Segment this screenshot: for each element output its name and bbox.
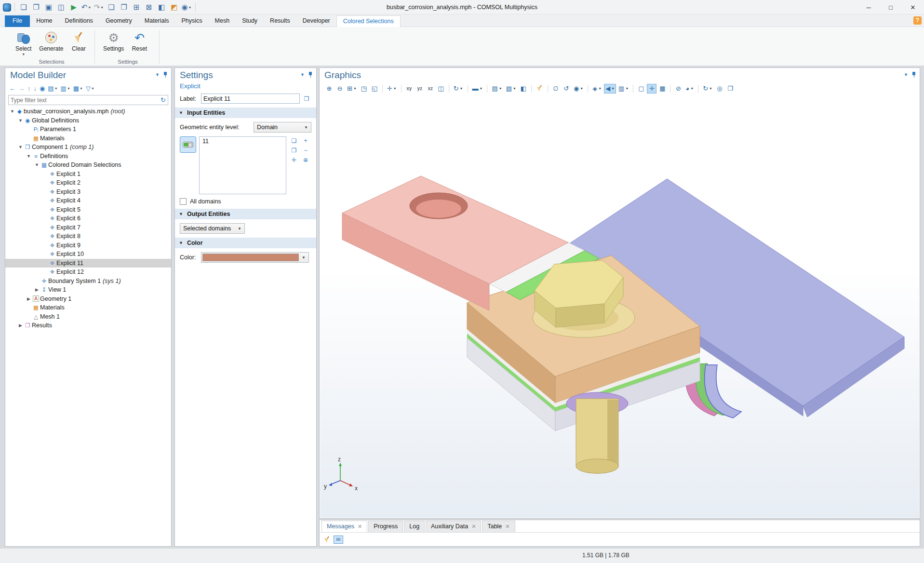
tab-file[interactable]: File [5, 15, 30, 27]
tab-mesh[interactable]: Mesh [209, 15, 236, 27]
output-entities-combo[interactable]: Selected domains ▼ [180, 223, 245, 234]
panel-menu-icon[interactable]: ▼ [155, 72, 160, 77]
clear-selection-icon[interactable] [535, 84, 545, 94]
reset-button[interactable]: ↶Reset [129, 29, 150, 54]
color-dropdown[interactable]: ▼ [201, 252, 309, 263]
tree-node-definitions[interactable]: ▼≡Definitions [5, 152, 171, 161]
hide-selected-icon[interactable]: ∅ [551, 84, 561, 94]
tree-node-explicit-4[interactable]: ❖Explicit 4 [5, 196, 171, 205]
tree-node-parameters-1[interactable]: PᵢParameters 1 [5, 125, 171, 134]
filter-input[interactable] [11, 97, 161, 104]
show-material-color-icon[interactable]: ▥▼ [617, 84, 630, 94]
view-xy-plane-icon[interactable]: xy [404, 84, 414, 94]
panel-menu-icon[interactable]: ▼ [904, 72, 908, 77]
tree-node-explicit-6[interactable]: ❖Explicit 6 [5, 214, 171, 223]
wireframe-rendering-icon[interactable]: ◈▼ [591, 84, 603, 94]
selection-list[interactable]: 11 [199, 136, 286, 194]
settings-button[interactable]: ⚙Settings [100, 29, 127, 54]
minimize-button[interactable]: ─ [857, 0, 880, 14]
tab-colored-selections[interactable]: Colored Selections [336, 15, 401, 27]
forward-icon[interactable]: → [18, 85, 25, 92]
output-entities-section-header[interactable]: ▼ Output Entities [175, 209, 316, 219]
clear-messages-icon[interactable] [323, 536, 331, 543]
show-grid-icon[interactable]: ▦ [657, 84, 667, 94]
no-color-icon[interactable]: ⊘ [673, 84, 683, 94]
close-icon[interactable]: ✕ [471, 523, 476, 530]
run-icon[interactable]: ▶ [68, 2, 79, 13]
move-selection-icon[interactable]: ✛ [289, 156, 299, 164]
snapshot-icon[interactable]: ◎ [715, 84, 724, 94]
delete-icon[interactable]: ⊠ [144, 2, 154, 13]
tab-study[interactable]: Study [236, 15, 264, 27]
zoom-out-icon[interactable]: ⊖ [335, 84, 345, 94]
tree-node-explicit-2[interactable]: ❖Explicit 2 [5, 178, 171, 188]
zoom-box-icon[interactable]: ⊞▼ [346, 84, 358, 94]
select-box-icon[interactable]: ◧ [156, 2, 167, 13]
view-xz-plane-icon[interactable]: xz [426, 84, 435, 94]
zoom-extents-icon[interactable]: ◳ [359, 84, 369, 94]
tab-results[interactable]: Results [264, 15, 296, 27]
tree-node-explicit-1[interactable]: ❖Explicit 1 [5, 170, 171, 179]
zoom-in-icon[interactable]: ⊕ [324, 84, 334, 94]
new-file-icon[interactable]: ❏ [18, 2, 29, 13]
tree-node-materials[interactable]: ▦Materials [5, 134, 171, 143]
expanded-arrow-icon[interactable]: ▼ [17, 145, 24, 149]
selection-list-item[interactable]: 11 [202, 138, 283, 145]
collapse-all-icon[interactable]: ▥▼ [61, 85, 70, 92]
save-as-icon[interactable]: ◫ [56, 2, 67, 13]
tree-node-busbar-corrosion-analysis-mph[interactable]: ▼◆busbar_corrosion_analysis.mph(root) [5, 107, 171, 116]
expand-all-icon[interactable]: ▤▼ [48, 85, 57, 92]
label-input[interactable] [201, 94, 300, 104]
color-palette-icon[interactable]: ◕▼ [684, 84, 695, 94]
select-button[interactable]: Select▼ [13, 29, 34, 57]
close-button[interactable]: ✕ [902, 0, 924, 14]
update-icon[interactable]: ↻▼ [701, 84, 714, 94]
perspective-camera-icon[interactable]: ◫ [436, 84, 446, 94]
zoom-selected-icon[interactable]: ◱ [370, 84, 379, 94]
show-selection-icon[interactable]: ◀▼ [604, 84, 616, 94]
collapsed-arrow-icon[interactable]: ▶ [17, 323, 24, 328]
model-tree-nodes-icon[interactable]: ▦▼ [73, 85, 83, 92]
tree-node-explicit-5[interactable]: ❖Explicit 5 [5, 205, 171, 214]
graphics-canvas[interactable]: z y x [320, 95, 919, 518]
tree-node-mesh-1[interactable]: △Mesh 1 [5, 312, 171, 322]
paste-selection-icon[interactable]: ❐ [289, 146, 299, 154]
tab-auxiliary-data[interactable]: Auxiliary Data✕ [426, 521, 481, 532]
close-icon[interactable]: ✕ [358, 523, 362, 530]
tab-messages[interactable]: Messages✕ [321, 521, 367, 532]
select-box-mode-icon[interactable]: ◧ [519, 84, 528, 94]
paste-icon[interactable]: ❐ [119, 2, 129, 13]
color-section-header[interactable]: ▼ Color [175, 238, 316, 248]
expanded-arrow-icon[interactable]: ▼ [17, 118, 24, 123]
move-up-icon[interactable]: ↑ [27, 85, 31, 92]
tab-table[interactable]: Table✕ [482, 521, 515, 532]
tree-node-explicit-12[interactable]: ❖Explicit 12 [5, 268, 171, 277]
tree-node-explicit-8[interactable]: ❖Explicit 8 [5, 232, 171, 241]
save-icon[interactable]: ▣ [43, 2, 54, 13]
tree-node-explicit-10[interactable]: ❖Explicit 10 [5, 250, 171, 259]
tab-definitions[interactable]: Definitions [59, 15, 99, 27]
undo-icon[interactable]: ↶▼ [81, 2, 92, 13]
all-domains-checkbox[interactable] [180, 198, 187, 205]
collapsed-arrow-icon[interactable]: ▶ [34, 287, 40, 292]
add-selection-icon[interactable]: + [301, 136, 310, 145]
open-messages-window-icon[interactable]: ✉ [334, 536, 343, 544]
expanded-arrow-icon[interactable]: ▼ [34, 162, 40, 167]
input-entities-section-header[interactable]: ▼ Input Entities [175, 107, 316, 118]
tree-node-explicit-7[interactable]: ❖Explicit 7 [5, 223, 171, 232]
view-yz-plane-icon[interactable]: yz [415, 84, 425, 94]
entity-level-combo[interactable]: Domain ▼ [254, 122, 311, 133]
environment-reflections-icon[interactable]: ▤▼ [490, 84, 503, 94]
rotate-view-icon[interactable]: ↻▼ [452, 84, 465, 94]
tree-node-colored-domain-selections[interactable]: ▼▩Colored Domain Selections [5, 161, 171, 170]
tab-physics[interactable]: Physics [175, 15, 208, 27]
show-icon[interactable]: ◉ [40, 85, 45, 92]
pin-icon[interactable] [163, 72, 167, 78]
scene-light-icon[interactable]: ▬▼ [471, 84, 484, 94]
transparency-mode-icon[interactable]: ▧▼ [505, 84, 518, 94]
tree-node-results[interactable]: ▶❐Results [5, 321, 171, 330]
redo-icon[interactable]: ↷▼ [94, 2, 104, 13]
tree-node-materials[interactable]: ▦Materials [5, 303, 171, 312]
zoom-to-selection-icon[interactable]: ⊕ [301, 156, 310, 164]
tab-home[interactable]: Home [30, 15, 58, 27]
